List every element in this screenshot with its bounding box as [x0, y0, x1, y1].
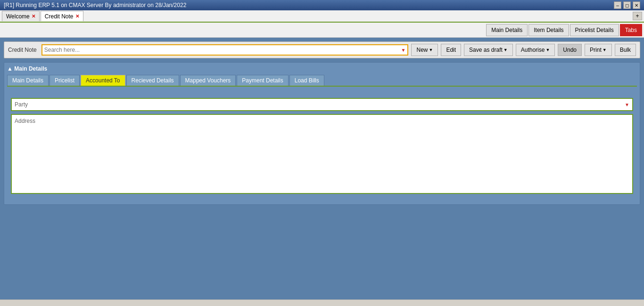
- tab-credit-note-close[interactable]: ✕: [75, 14, 79, 19]
- close-button[interactable]: ✕: [633, 1, 640, 9]
- right-tab-pricelist-details[interactable]: Pricelist Details: [570, 24, 619, 36]
- inner-tab-payment-details[interactable]: Payment Details: [237, 75, 288, 86]
- tab-credit-note-label: Credit Note: [45, 13, 74, 20]
- title-bar: [R1] Running ERP 5.1 on CMAX Server By a…: [0, 0, 644, 10]
- new-button[interactable]: New ▼: [411, 44, 438, 56]
- section-title: ▲ Main Details: [7, 65, 637, 72]
- tab-welcome-close[interactable]: ✕: [32, 14, 35, 19]
- title-bar-text: [R1] Running ERP 5.1 on CMAX Server By a…: [4, 2, 186, 8]
- right-tab-item-details[interactable]: Item Details: [528, 24, 569, 36]
- bulk-button[interactable]: Bulk: [615, 44, 636, 56]
- tab-welcome[interactable]: Welcome ✕: [2, 11, 40, 21]
- right-tab-tabs[interactable]: Tabs: [620, 24, 642, 36]
- right-tab-main-details[interactable]: Main Details: [486, 24, 528, 36]
- inner-tab-main-details[interactable]: Main Details: [7, 75, 49, 86]
- tab-bar: Welcome ✕ Credit Note ✕ +: [0, 10, 644, 23]
- inner-tab-pricelist[interactable]: Pricelist: [50, 75, 80, 86]
- tab-add-button[interactable]: +: [633, 12, 642, 20]
- save-as-draft-button[interactable]: Save as draft ▼: [464, 44, 513, 56]
- print-button[interactable]: Print ▼: [585, 44, 612, 56]
- print-dropdown-arrow-icon[interactable]: ▼: [603, 48, 607, 52]
- address-field[interactable]: Address: [11, 114, 633, 194]
- inner-tab-accounted-to[interactable]: Accounted To: [81, 75, 125, 86]
- tab-add-icon: +: [636, 13, 639, 19]
- window-controls[interactable]: – ◻ ✕: [614, 1, 640, 9]
- tab-credit-note[interactable]: Credit Note ✕: [41, 11, 83, 21]
- party-dropdown[interactable]: Party ▼: [11, 98, 633, 111]
- party-label: Party: [15, 101, 28, 108]
- party-dropdown-arrow-icon[interactable]: ▼: [625, 102, 629, 107]
- save-draft-dropdown-arrow-icon[interactable]: ▼: [504, 48, 508, 52]
- inner-tab-recieved-details[interactable]: Recieved Details: [126, 75, 179, 86]
- minimize-button[interactable]: –: [614, 1, 621, 9]
- address-placeholder: Address: [15, 118, 35, 124]
- inner-tab-load-bills[interactable]: Load Bills: [289, 75, 324, 86]
- toolbar-label: Credit Note: [8, 47, 37, 53]
- new-dropdown-arrow-icon[interactable]: ▼: [429, 48, 433, 52]
- edit-button[interactable]: Edit: [441, 44, 461, 56]
- undo-button[interactable]: Undo: [558, 44, 582, 56]
- authorise-dropdown-arrow-icon[interactable]: ▼: [545, 48, 550, 52]
- main-content: Credit Note ▼ New ▼ Edit Save as draft ▼…: [0, 38, 644, 306]
- search-input[interactable]: [44, 47, 401, 53]
- form-area: Party ▼ Address: [7, 90, 637, 201]
- inner-tab-bar: Main Details Pricelist Accounted To Reci…: [7, 75, 637, 87]
- search-dropdown-arrow-icon[interactable]: ▼: [401, 48, 406, 53]
- inner-tab-mapped-vouchers[interactable]: Mapped Vouchers: [180, 75, 236, 86]
- main-details-section: ▲ Main Details Main Details Pricelist Ac…: [4, 62, 640, 205]
- right-tab-bar: Main Details Item Details Pricelist Deta…: [0, 23, 644, 38]
- toolbar: Credit Note ▼ New ▼ Edit Save as draft ▼…: [4, 41, 640, 58]
- bottom-status-bar: [0, 299, 644, 306]
- tab-welcome-label: Welcome: [6, 13, 30, 20]
- restore-button[interactable]: ◻: [623, 1, 631, 9]
- authorise-button[interactable]: Authorise ▼: [516, 44, 555, 56]
- search-box[interactable]: ▼: [41, 44, 409, 56]
